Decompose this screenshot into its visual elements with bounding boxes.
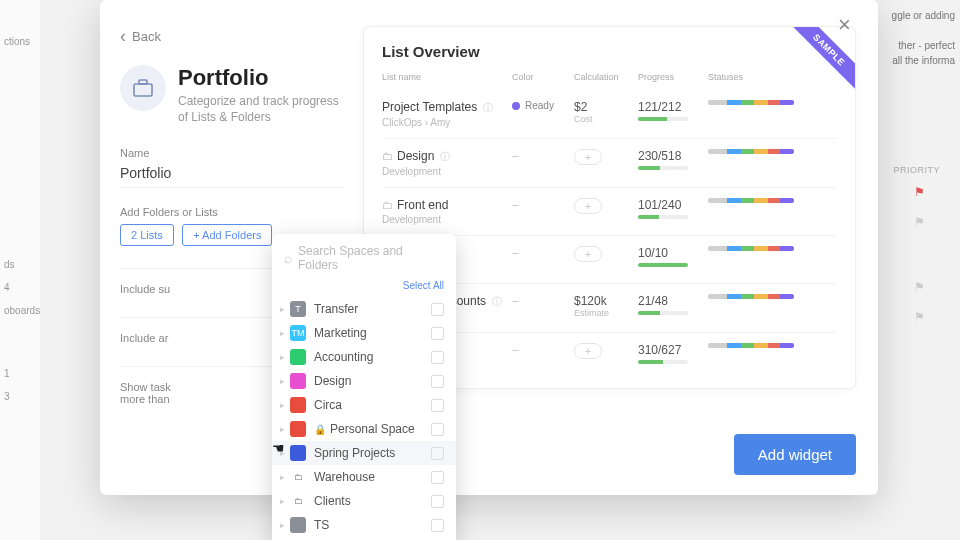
checkbox[interactable] <box>431 375 444 388</box>
checkbox[interactable] <box>431 495 444 508</box>
search-input[interactable]: Search Spaces and Folders <box>272 244 456 280</box>
portfolio-icon <box>120 65 166 111</box>
preview-title: List Overview <box>382 43 837 60</box>
bg-text: all the informa <box>892 55 955 66</box>
preview-row[interactable]: 🗀Design ⓘDevelopment–+230/518 <box>382 138 837 187</box>
space-icon <box>290 349 306 365</box>
dropdown-item-label: Accounting <box>314 350 373 364</box>
caret-icon: ▸ <box>280 472 288 482</box>
add-calc-button[interactable]: + <box>574 246 602 262</box>
dropdown-item-label: Warehouse <box>314 470 375 484</box>
folder-icon: 🗀 <box>290 493 306 509</box>
status-bar <box>708 294 794 299</box>
dropdown-item[interactable]: ▸TS <box>272 513 456 537</box>
select-all-link[interactable]: Select All <box>272 280 456 297</box>
flag-icon: ⚑ <box>914 280 925 294</box>
dropdown-item-label: Spring Projects <box>314 446 395 460</box>
folder-icon: 🗀 <box>382 199 393 211</box>
dropdown-item-label: Marketing <box>314 326 367 340</box>
space-folder-dropdown: Search Spaces and Folders Select All ▸TT… <box>272 234 456 540</box>
bg-text: ggle or adding <box>892 10 955 21</box>
name-input[interactable]: Portfolio <box>120 165 345 188</box>
add-calc-button[interactable]: + <box>574 149 602 165</box>
checkbox[interactable] <box>431 471 444 484</box>
cursor-icon: ☚ <box>272 440 285 456</box>
caret-icon: ▸ <box>280 376 288 386</box>
caret-icon: ▸ <box>280 304 288 314</box>
preview-col-headers: List name Color Calculation Progress Sta… <box>382 72 837 82</box>
dropdown-item-label: Personal Space <box>330 422 415 436</box>
dropdown-item[interactable]: ▸🗀Warehouse <box>272 465 456 489</box>
dropdown-item[interactable]: ▸Circa <box>272 393 456 417</box>
dropdown-item[interactable]: ▸TTransfer <box>272 297 456 321</box>
add-folders-button[interactable]: + Add Folders <box>182 224 272 246</box>
dropdown-item[interactable]: ▸Design <box>272 369 456 393</box>
space-icon: TM <box>290 325 306 341</box>
svg-rect-1 <box>139 80 147 84</box>
back-link[interactable]: Back <box>120 26 345 47</box>
bg-text: ther - perfect <box>898 40 955 51</box>
caret-icon: ▸ <box>280 496 288 506</box>
space-icon: T <box>290 301 306 317</box>
lock-icon: 🔒 <box>314 424 326 435</box>
space-icon <box>290 421 306 437</box>
caret-icon: ▸ <box>280 424 288 434</box>
flag-icon: ⚑ <box>914 310 925 324</box>
caret-icon: ▸ <box>280 328 288 338</box>
dropdown-item[interactable]: ▸🗀Clients <box>272 489 456 513</box>
dropdown-item[interactable]: ▸Spring Projects <box>272 441 456 465</box>
bg-priority-header: PRIORITY <box>893 165 940 175</box>
space-icon <box>290 445 306 461</box>
checkbox[interactable] <box>431 423 444 436</box>
info-icon: ⓘ <box>437 151 450 162</box>
caret-icon: ▸ <box>280 352 288 362</box>
dropdown-item-label: Circa <box>314 398 342 412</box>
add-calc-button[interactable]: + <box>574 198 602 214</box>
dropdown-item-label: Design <box>314 374 351 388</box>
checkbox[interactable] <box>431 399 444 412</box>
lists-count-pill[interactable]: 2 Lists <box>120 224 174 246</box>
modal-title: Portfolio <box>178 65 345 91</box>
dropdown-item-label: TS <box>314 518 329 532</box>
caret-icon: ▸ <box>280 400 288 410</box>
caret-icon: ▸ <box>280 520 288 530</box>
dropdown-item[interactable]: ▸Accounting <box>272 345 456 369</box>
status-bar <box>708 343 794 348</box>
svg-rect-0 <box>134 84 152 96</box>
modal-subtitle: Categorize and track progress of Lists &… <box>178 94 345 125</box>
close-icon[interactable]: × <box>838 14 862 38</box>
checkbox[interactable] <box>431 519 444 532</box>
add-widget-button[interactable]: Add widget <box>734 434 856 475</box>
dropdown-item-label: Transfer <box>314 302 358 316</box>
bg-sidebar: ctions ds 4 oboards 1 3 <box>0 0 40 540</box>
checkbox[interactable] <box>431 303 444 316</box>
flag-icon: ⚑ <box>914 185 925 199</box>
info-icon: ⓘ <box>489 296 502 307</box>
add-lists-label: Add Folders or Lists <box>120 206 345 218</box>
space-icon <box>290 397 306 413</box>
preview-row[interactable]: 🗀Front endDevelopment–+101/240 <box>382 187 837 235</box>
status-bar <box>708 198 794 203</box>
preview-row[interactable]: Project Templates ⓘClickOps › AmyReady$2… <box>382 90 837 138</box>
status-bar <box>708 149 794 154</box>
space-icon <box>290 517 306 533</box>
checkbox[interactable] <box>431 351 444 364</box>
checkbox[interactable] <box>431 327 444 340</box>
folder-icon: 🗀 <box>382 150 393 162</box>
portfolio-modal: × Back Portfolio Categorize and track pr… <box>100 0 878 495</box>
checkbox[interactable] <box>431 447 444 460</box>
dropdown-item[interactable]: ▸🔒Personal Space <box>272 417 456 441</box>
name-label: Name <box>120 147 345 159</box>
dropdown-item-label: Clients <box>314 494 351 508</box>
status-bar <box>708 246 794 251</box>
flag-icon: ⚑ <box>914 215 925 229</box>
status-bar <box>708 100 794 105</box>
dropdown-item[interactable]: ▸TMMarketing <box>272 321 456 345</box>
space-icon <box>290 373 306 389</box>
add-calc-button[interactable]: + <box>574 343 602 359</box>
folder-icon: 🗀 <box>290 469 306 485</box>
info-icon: ⓘ <box>480 102 493 113</box>
